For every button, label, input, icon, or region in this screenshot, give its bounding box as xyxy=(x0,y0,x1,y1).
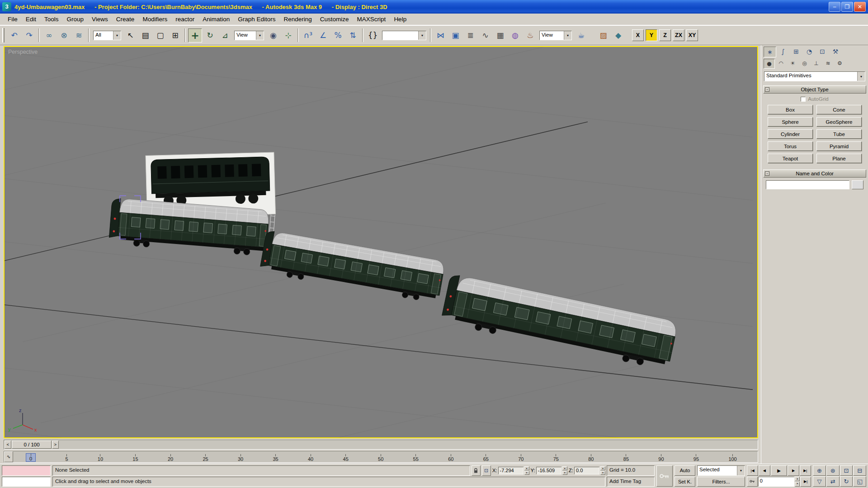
geometry-icon[interactable]: ● xyxy=(764,59,775,69)
go-to-start-button[interactable]: |◀ xyxy=(747,465,758,476)
rectangular-selection-region-icon[interactable]: ▢ xyxy=(153,28,167,42)
menu-customize[interactable]: Customize xyxy=(316,14,353,24)
selection-filter-dropdown[interactable]: All▼ xyxy=(93,31,121,40)
undo-icon[interactable]: ↶ xyxy=(7,28,21,42)
time-slider[interactable]: < 0 / 100 > xyxy=(4,440,758,450)
frame-spinner[interactable]: ▲▼ xyxy=(795,477,800,487)
named-selection-dropdown[interactable]: ▼ xyxy=(382,31,426,40)
axis-constraint-zx-button[interactable]: ZX xyxy=(673,29,684,41)
schematic-view-icon[interactable]: ▦ xyxy=(493,28,507,42)
axis-constraint-x-button[interactable]: X xyxy=(632,29,644,41)
window-crossing-toggle-icon[interactable]: ⊞ xyxy=(168,28,182,42)
menu-modifiers[interactable]: Modifiers xyxy=(138,14,171,24)
mirror-icon[interactable]: ⋈ xyxy=(434,28,448,42)
field-of-view-icon[interactable]: ▽ xyxy=(813,476,826,487)
time-slider-prev-button[interactable]: < xyxy=(5,441,11,449)
menu-file[interactable]: File xyxy=(4,14,22,24)
utilities-tab[interactable]: ⚒ xyxy=(829,47,842,57)
go-to-end-alt-button[interactable]: ▶| xyxy=(800,477,811,487)
go-to-end-button[interactable]: ▶| xyxy=(800,465,811,476)
hierarchy-tab[interactable]: ⊞ xyxy=(790,47,802,57)
menu-views[interactable]: Views xyxy=(88,14,112,24)
quick-render-icon[interactable]: ☕ xyxy=(574,28,588,42)
create-geosphere-button[interactable]: GeoSphere xyxy=(816,117,862,127)
time-slider-handle[interactable]: 0 / 100 xyxy=(12,441,52,449)
curve-editor-icon[interactable]: ∿ xyxy=(478,28,492,42)
select-by-name-icon[interactable]: ▤ xyxy=(138,28,152,42)
render-to-texture-icon[interactable]: ▨ xyxy=(596,28,610,42)
set-key-button[interactable]: Set K. xyxy=(675,477,695,487)
menu-maxscript[interactable]: MAXScript xyxy=(353,14,390,24)
object-type-rollout-header[interactable]: - Object Type xyxy=(763,85,866,94)
menu-animation[interactable]: Animation xyxy=(198,14,234,24)
track-bar[interactable]: ∿ 05101520253035404550556065707580859095… xyxy=(4,451,758,463)
zoom-all-icon[interactable]: ⊛ xyxy=(826,465,840,476)
select-and-manipulate-icon[interactable]: ⊹ xyxy=(281,28,295,42)
layer-manager-icon[interactable]: ≣ xyxy=(463,28,477,42)
space-warps-icon[interactable]: ≋ xyxy=(822,59,834,69)
key-filters-button[interactable]: Filters... xyxy=(697,477,745,487)
shapes-icon[interactable]: ◠ xyxy=(775,59,787,69)
material-editor-icon[interactable]: ◍ xyxy=(508,28,522,42)
menu-edit[interactable]: Edit xyxy=(22,14,40,24)
create-box-button[interactable]: Box xyxy=(768,105,813,114)
auto-key-button[interactable]: Auto xyxy=(675,465,695,476)
reference-coordinate-dropdown[interactable]: View▼ xyxy=(234,31,264,40)
modify-tab[interactable]: ∫ xyxy=(777,47,789,57)
autogrid-checkbox[interactable] xyxy=(801,97,806,102)
edit-named-selection-sets-icon[interactable]: {} xyxy=(366,28,380,42)
minimize-button[interactable]: – xyxy=(829,2,840,12)
systems-icon[interactable]: ⚙ xyxy=(834,59,845,69)
x-coordinate-field[interactable]: -7.294 xyxy=(498,467,524,474)
mini-curve-editor-button[interactable]: ∿ xyxy=(4,451,13,462)
z-spinner[interactable]: ▲▼ xyxy=(600,466,605,475)
percent-snap-icon[interactable]: % xyxy=(331,28,345,42)
menu-tools[interactable]: Tools xyxy=(40,14,63,24)
particle-view-icon[interactable]: ◆ xyxy=(611,28,625,42)
frame-number-field[interactable]: 0 xyxy=(758,477,795,487)
snap-toggle-3d-icon[interactable]: ∩³ xyxy=(301,28,315,42)
z-coordinate-field[interactable]: 0.0 xyxy=(574,467,599,474)
render-scene-icon[interactable]: ♨ xyxy=(523,28,537,42)
align-icon[interactable]: ▣ xyxy=(448,28,462,42)
pan-icon[interactable]: ⇄ xyxy=(826,476,840,487)
object-name-input[interactable] xyxy=(766,180,849,189)
add-time-tag-field[interactable]: Add Time Tag xyxy=(607,477,655,487)
lights-icon[interactable]: ☀ xyxy=(787,59,798,69)
train-wagon-2[interactable] xyxy=(259,230,445,304)
listener-line[interactable] xyxy=(2,477,51,487)
titlebar[interactable]: 3 4yd-Umbauwagen03.max - Project Folder:… xyxy=(0,0,868,14)
set-keys-button[interactable] xyxy=(656,465,673,487)
macro-recorder-line[interactable] xyxy=(2,465,51,476)
menu-create[interactable]: Create xyxy=(112,14,139,24)
zoom-region-icon[interactable]: ⊟ xyxy=(853,465,866,476)
unlink-selection-icon[interactable]: ⊗ xyxy=(57,28,71,42)
menu-help[interactable]: Help xyxy=(390,14,410,24)
absolute-offset-toggle-icon[interactable]: ⊡ xyxy=(482,465,491,476)
menu-graph-editors[interactable]: Graph Editors xyxy=(234,14,279,24)
zoom-icon[interactable]: ⊕ xyxy=(813,465,826,476)
create-tube-button[interactable]: Tube xyxy=(816,129,862,139)
create-plane-button[interactable]: Plane xyxy=(816,154,862,163)
time-slider-track[interactable] xyxy=(59,441,757,449)
axis-constraint-z-button[interactable]: Z xyxy=(659,29,671,41)
object-color-swatch[interactable] xyxy=(852,180,863,189)
angle-snap-icon[interactable]: ∠ xyxy=(316,28,330,42)
create-cone-button[interactable]: Cone xyxy=(816,105,862,114)
arc-rotate-icon[interactable]: ↻ xyxy=(840,476,853,487)
perspective-viewport[interactable]: Perspective z x y xyxy=(4,46,758,438)
next-frame-button[interactable]: ▶ xyxy=(788,465,799,476)
spinner-snap-icon[interactable]: ⇅ xyxy=(346,28,360,42)
train-wagon-3[interactable] xyxy=(440,274,678,371)
select-and-link-icon[interactable]: ∞ xyxy=(42,28,56,42)
helpers-icon[interactable]: ⊥ xyxy=(811,59,822,69)
zoom-extents-icon[interactable]: ⊡ xyxy=(840,465,853,476)
name-color-rollout-header[interactable]: - Name and Color xyxy=(763,169,866,178)
menu-rendering[interactable]: Rendering xyxy=(280,14,316,24)
selection-lock-icon[interactable] xyxy=(472,465,481,476)
play-animation-button[interactable]: ▶ xyxy=(771,465,788,476)
render-type-dropdown[interactable]: View▼ xyxy=(539,31,572,40)
maximize-button[interactable]: ❐ xyxy=(841,2,853,12)
axis-constraint-y-button[interactable]: Y xyxy=(646,29,657,41)
display-tab[interactable]: ⊡ xyxy=(816,47,829,57)
